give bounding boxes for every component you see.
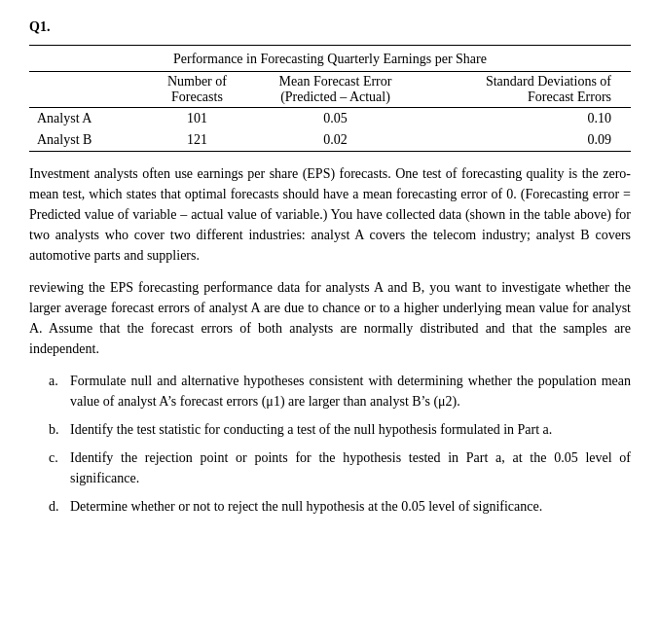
list-text-b: Identify the test statistic for conducti… [70,419,631,440]
question-label: Q1. [29,19,631,35]
list-item-d: d. Determine whether or not to reject th… [29,496,631,517]
list-label-d: d. [49,496,70,517]
col-header-mfe: Mean Forecast Error (Predicted – Actual) [248,72,422,108]
col-header-forecasts: Number of Forecasts [146,72,248,108]
analyst-a-label: Analyst A [29,108,146,130]
data-table: Number of Forecasts Mean Forecast Error … [29,71,631,152]
table-row: Analyst B 121 0.02 0.09 [29,129,631,152]
analyst-b-sd: 0.09 [422,129,631,152]
paragraph-2: reviewing the EPS forecasting performanc… [29,277,631,359]
analyst-a-forecasts: 101 [146,108,248,130]
list-label-c: c. [49,447,70,488]
table-section: Performance in Forecasting Quarterly Ear… [29,52,631,152]
list-label-a: a. [49,371,70,411]
list-text-c: Identify the rejection point or points f… [70,447,631,488]
col-header-sd: Standard Deviations of Forecast Errors [422,72,631,108]
list-item-a: a. Formulate null and alternative hypoth… [29,371,631,411]
table-row: Analyst A 101 0.05 0.10 [29,108,631,130]
analyst-b-forecasts: 121 [146,129,248,152]
table-title: Performance in Forecasting Quarterly Ear… [29,52,631,67]
list-text-a: Formulate null and alternative hypothese… [70,371,631,411]
paragraph-1: Investment analysts often use earnings p… [29,163,631,266]
col-header-analyst [29,72,146,108]
list-label-b: b. [49,419,70,440]
analyst-b-mfe: 0.02 [248,129,422,152]
table-header-row: Number of Forecasts Mean Forecast Error … [29,72,631,108]
analyst-a-sd: 0.10 [422,108,631,130]
analyst-a-mfe: 0.05 [248,108,422,130]
list-text-d: Determine whether or not to reject the n… [70,496,631,517]
analyst-b-label: Analyst B [29,129,146,152]
list-item-c: c. Identify the rejection point or point… [29,447,631,488]
top-rule [29,45,631,46]
list-section: a. Formulate null and alternative hypoth… [29,371,631,517]
list-item-b: b. Identify the test statistic for condu… [29,419,631,440]
